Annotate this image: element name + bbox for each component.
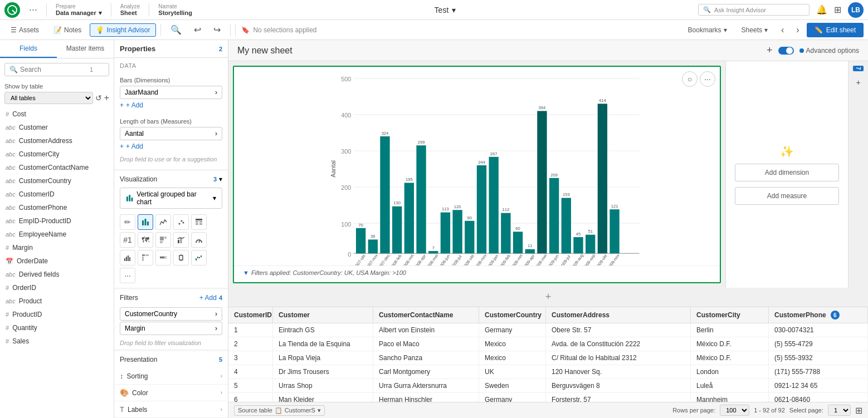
viz-icon-map[interactable]: 🗺 — [138, 232, 153, 248]
toggle-switch[interactable] — [777, 46, 795, 56]
field-item-product[interactable]: abc Product — [0, 294, 114, 308]
field-item-orderid[interactable]: # OrderID — [0, 281, 114, 294]
prev-sheet-btn[interactable]: ‹ — [776, 22, 789, 38]
field-item-sales[interactable]: # Sales — [0, 335, 114, 348]
table-row[interactable]: 2 La Tienda de la Esquina Paco el Maco M… — [228, 337, 868, 351]
chart-visualization[interactable]: ○ ··· 500 400 300 200 100 0 — [233, 66, 721, 283]
viz-type-row[interactable]: Vertical grouped bar chart ▾ — [120, 188, 222, 209]
field-item-customerid[interactable]: abc CustomerID — [0, 188, 114, 201]
field-item-derived[interactable]: abc Derived fields — [0, 268, 114, 281]
chart-info-btn[interactable]: ○ — [682, 71, 698, 87]
field-item-productid[interactable]: # ProductID — [0, 308, 114, 321]
viz-icon-histogram[interactable] — [120, 250, 135, 265]
table-footer: Source table 📋 CustomerS ▾ Rows per page… — [228, 402, 868, 418]
rows-per-page-select[interactable]: 100 — [720, 405, 749, 416]
grid-view-icon[interactable]: ⊞ — [855, 405, 862, 416]
user-avatar[interactable]: LB — [848, 2, 864, 18]
narrate-nav[interactable]: Narrate Storytelling — [158, 3, 192, 16]
viz-icon-treemap[interactable] — [155, 232, 171, 248]
field-item-customer[interactable]: abc Customer — [0, 121, 114, 134]
select-page-select[interactable]: 1 — [828, 405, 851, 416]
viz-icon-box[interactable] — [173, 250, 189, 265]
bars-add-btn[interactable]: + + Add — [120, 99, 222, 111]
master-items-tab[interactable]: Master items — [57, 40, 114, 58]
analyze-nav[interactable]: Analyze Sheet — [120, 3, 140, 16]
pres-item-sorting[interactable]: ↕ Sorting › — [114, 368, 228, 385]
field-item-empid-productid[interactable]: abc EmpID-ProductID — [0, 214, 114, 228]
app-menu-dots[interactable]: ··· — [29, 4, 37, 16]
filter-margin-expand[interactable]: › — [215, 324, 217, 332]
viz-icon-pivot[interactable] — [138, 250, 153, 265]
length-field-row[interactable]: Aantal › — [120, 127, 222, 140]
viz-icon-combo[interactable] — [173, 232, 189, 248]
table-row[interactable]: 6 Man Kleider Herman Hinschler Germany F… — [228, 393, 868, 402]
field-item-quantity[interactable]: # Quantity — [0, 321, 114, 335]
svg-line-1 — [12, 10, 16, 13]
add-field-btn[interactable]: + — [104, 93, 109, 103]
bars-field-row[interactable]: JaarMaand › — [120, 86, 222, 99]
table-row[interactable]: 3 La Ropa Vieja Sancho Panza Mexico C/ R… — [228, 351, 868, 365]
advanced-options-btn[interactable]: Advanced options — [799, 47, 859, 55]
viz-icon-bullet[interactable] — [155, 250, 171, 265]
ask-insight-search[interactable]: 🔍 Ask Insight Advisor — [698, 4, 810, 16]
insight-advisor-btn[interactable]: 💡 Insight Advisor — [90, 23, 156, 37]
sheets-btn[interactable]: Sheets ▾ — [735, 23, 774, 37]
source-table-select[interactable]: Source table 📋 CustomerS ▾ — [234, 405, 325, 416]
field-item-customeraddress[interactable]: abc CustomerAddress — [0, 134, 114, 147]
field-item-orderdate[interactable]: 📅 OrderDate — [0, 254, 114, 268]
pres-item-color[interactable]: 🎨 Color › — [114, 385, 228, 401]
grid-apps-icon[interactable]: ⊞ — [834, 4, 841, 15]
source-chevron[interactable]: ▾ — [318, 407, 321, 414]
pres-item-labels[interactable]: T Labels › — [114, 401, 228, 418]
table-row[interactable]: 1 Eintrach GS Albert von Einstein German… — [228, 323, 868, 337]
filter-row-country[interactable]: CustomerCountry › — [120, 307, 222, 321]
viz-icon-line[interactable] — [155, 214, 171, 230]
viz-collapse-icon[interactable]: ▾ — [219, 175, 222, 183]
sheet-title: My new sheet — [237, 46, 767, 56]
field-item-customerphone[interactable]: abc CustomerPhone — [0, 201, 114, 214]
notes-btn[interactable]: 📝 Notes — [47, 23, 87, 37]
fields-tab[interactable]: Fields — [0, 40, 57, 58]
viz-icon-kpi[interactable]: #1 — [120, 232, 135, 248]
assets-btn[interactable]: ☰ Assets — [4, 23, 45, 37]
table-row[interactable]: 5 Urras Shop Urra Gurra Aktersnurra Swed… — [228, 379, 868, 393]
length-expand-icon[interactable]: › — [215, 130, 217, 137]
viz-icon-waterfall[interactable] — [191, 250, 207, 265]
smart-search-btn[interactable]: 🔍 — [165, 22, 187, 38]
app-title-chevron[interactable]: ▾ — [452, 6, 456, 14]
bookmarks-btn[interactable]: Bookmarks ▾ — [682, 23, 733, 37]
add-visualization-btn[interactable]: + — [767, 45, 773, 56]
undo-btn[interactable]: ↩ — [189, 22, 206, 38]
add-measure-btn[interactable]: Add measure — [735, 187, 839, 205]
table-row[interactable]: 4 Dr Jims Trousers Carl Montgomery UK 12… — [228, 365, 868, 379]
viz-icon-pen[interactable]: ✏ — [120, 214, 135, 230]
add-below-btn[interactable]: + — [228, 288, 868, 307]
prepare-nav[interactable]: Prepare Data manager ▾ — [56, 3, 102, 17]
add-panel-icon[interactable]: + — [854, 76, 862, 89]
field-item-employeename[interactable]: abc EmployeeName — [0, 228, 114, 241]
field-item-margin[interactable]: # Margin — [0, 241, 114, 254]
viz-icon-gauge[interactable] — [191, 232, 207, 248]
notifications-icon[interactable]: 🔔 — [816, 4, 827, 15]
redo-btn[interactable]: ↪ — [208, 22, 226, 38]
viz-icon-bar[interactable] — [138, 214, 153, 230]
chart-options-btn[interactable]: ··· — [700, 71, 715, 87]
field-item-cost[interactable]: # Cost — [0, 107, 114, 121]
filter-country-expand[interactable]: › — [215, 310, 217, 318]
filter-row-margin[interactable]: Margin › — [120, 322, 222, 335]
filters-add-btn[interactable]: + Add — [199, 294, 217, 302]
field-item-customercontactname[interactable]: abc CustomerContactName — [0, 161, 114, 174]
add-dimension-btn[interactable]: Add dimension — [735, 164, 839, 181]
field-item-customercity[interactable]: abc CustomerCity — [0, 147, 114, 161]
viz-icon-table[interactable] — [191, 214, 207, 230]
refresh-btn[interactable]: ↺ — [95, 94, 102, 102]
viz-icon-more[interactable]: ··· — [120, 268, 135, 283]
next-sheet-btn[interactable]: › — [791, 22, 804, 38]
length-add-btn[interactable]: + + Add — [120, 140, 222, 153]
field-item-customercountry[interactable]: abc CustomerCountry — [0, 174, 114, 188]
bars-expand-icon[interactable]: › — [215, 88, 217, 96]
table-select-dropdown[interactable]: All tables — [4, 92, 93, 104]
viz-icon-scatter[interactable] — [173, 214, 189, 230]
viz-chevron[interactable]: ▾ — [213, 194, 216, 202]
edit-sheet-btn[interactable]: ✏️ Edit sheet — [807, 23, 864, 37]
